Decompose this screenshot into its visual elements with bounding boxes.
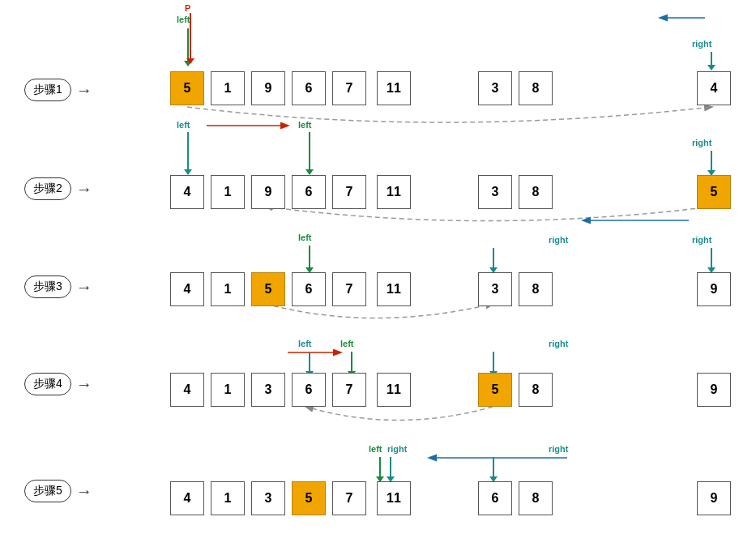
step5-cell-2: 3: [251, 481, 285, 515]
step5-cell-8: 9: [697, 481, 731, 515]
step3-right2-label: right: [692, 235, 711, 245]
step5-right2-arrow: [493, 457, 494, 481]
step4-cell-6: 5: [478, 373, 512, 407]
step3-left-arrow: [309, 246, 310, 272]
step2-right-label: right: [692, 138, 711, 147]
diagram: 步骤1 → P left right 5 1 9 6 7 11 3 8 4 步骤…: [0, 0, 756, 551]
step5-cell-3: 5: [292, 481, 326, 515]
step4-cell-8: 9: [697, 373, 731, 407]
step1-pill: 步骤1: [24, 79, 71, 101]
step4-left1-label: left: [298, 339, 312, 348]
step5-cell-7: 8: [519, 481, 553, 515]
step4-cell-5: 11: [377, 373, 411, 407]
step5-right1-label: right: [387, 444, 407, 454]
step5-left-label: left: [369, 444, 382, 454]
step2-label: 步骤2 →: [24, 177, 92, 200]
step3-cell-3: 6: [292, 272, 326, 306]
step1-cell-4: 7: [332, 71, 366, 105]
step3-right1-arrow: [493, 248, 494, 272]
step1-left-label: left: [177, 15, 190, 24]
step3-pill: 步骤3: [24, 276, 71, 298]
step1-cell-3: 6: [292, 71, 326, 105]
step1-cell-5: 11: [377, 71, 411, 105]
step5-left-arrow: [379, 457, 381, 481]
step1-cell-7: 8: [519, 71, 553, 105]
step3-cell-4: 7: [332, 272, 366, 306]
step2-cell-5: 11: [377, 175, 411, 209]
step4-cell-4: 7: [332, 373, 366, 407]
step1-P-arrow: [190, 13, 191, 63]
step3-cell-7: 8: [519, 272, 553, 306]
step3-right1-label: right: [549, 235, 568, 245]
step3-cell-5: 11: [377, 272, 411, 306]
step2-cell-6: 3: [478, 175, 512, 209]
step4-cell-2: 3: [251, 373, 285, 407]
step5-cell-6: 6: [478, 481, 512, 515]
step3-cell-6: 3: [478, 272, 512, 306]
step5-right2-label: right: [549, 444, 568, 454]
step5-cell-5: 11: [377, 481, 411, 515]
step1-label: 步骤1 →: [24, 79, 92, 101]
step3-cell-2: 5: [251, 272, 285, 306]
step5-right1-arrow: [390, 457, 391, 481]
step1-cell-0: 5: [170, 71, 204, 105]
step3-cell-0: 4: [170, 272, 204, 306]
step5-label: 步骤5 →: [24, 480, 92, 502]
step2-cell-8: 5: [697, 175, 731, 209]
step2-left2-arrow: [309, 132, 310, 174]
step5-cell-1: 1: [211, 481, 245, 515]
step2-pill: 步骤2: [24, 177, 71, 200]
step3-left-label: left: [298, 233, 312, 242]
step4-label: 步骤4 →: [24, 373, 92, 395]
step2-cell-0: 4: [170, 175, 204, 209]
step1-right-arrow: [711, 52, 712, 70]
step4-left2-label: left: [340, 339, 354, 348]
step3-cell-1: 1: [211, 272, 245, 306]
step4-cell-3: 6: [292, 373, 326, 407]
step2-cell-1: 1: [211, 175, 245, 209]
step2-cell-7: 8: [519, 175, 553, 209]
step1-cell-2: 9: [251, 71, 285, 105]
step1-P-label: P: [185, 3, 190, 13]
step5-pill: 步骤5: [24, 480, 71, 502]
step2-cell-2: 9: [251, 175, 285, 209]
step2-left1-label: left: [177, 120, 190, 130]
step2-cell-3: 6: [292, 175, 326, 209]
step3-label: 步骤3 →: [24, 276, 92, 298]
step1-right-label: right: [692, 39, 711, 49]
step4-cell-7: 8: [519, 373, 553, 407]
step4-cell-0: 4: [170, 373, 204, 407]
step3-cell-8: 9: [697, 272, 731, 306]
step4-pill: 步骤4: [24, 373, 71, 395]
step3-right2-arrow: [711, 248, 712, 272]
step2-right-arrow: [711, 151, 712, 175]
step2-cell-4: 7: [332, 175, 366, 209]
step2-left1-arrow: [187, 132, 189, 174]
step4-cell-1: 1: [211, 373, 245, 407]
step5-cell-0: 4: [170, 481, 204, 515]
step1-cell-6: 3: [478, 71, 512, 105]
step1-cell-8: 4: [697, 71, 731, 105]
step1-cell-1: 1: [211, 71, 245, 105]
step5-cell-4: 7: [332, 481, 366, 515]
step2-left2-label: left: [298, 120, 312, 130]
step4-right-label: right: [549, 339, 568, 348]
